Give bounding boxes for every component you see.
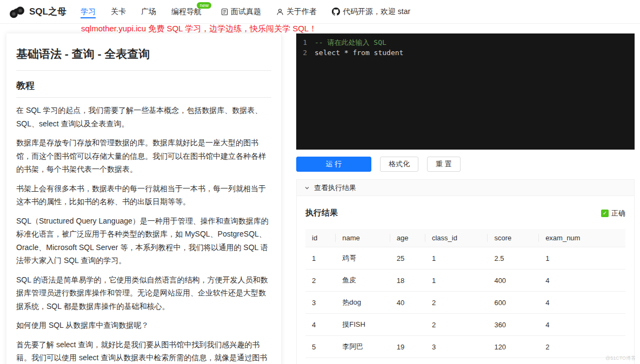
table-cell: 120: [488, 336, 539, 358]
brand-name: SQL之母: [29, 5, 66, 18]
table-cell: 500: [488, 358, 539, 364]
editor-toolbar: 运 行 格式化 重 置: [296, 157, 635, 172]
tutorial-paragraph: SQL 的语法是简单易学的，它使用类似自然语言的结构，方便开发人员和数据库管理员…: [16, 273, 271, 313]
table-cell: 25: [390, 247, 425, 269]
table-cell: 摸FISH: [336, 314, 390, 336]
navbar: SQL之母 学习 关卡 广场 编程导航 new 面试真题 关于作者: [0, 0, 640, 24]
result-collapse-header[interactable]: 查看执行结果: [297, 180, 634, 196]
tutorial-paragraph: 在 SQL 学习的起点，我们需要了解一些基本概念，包括数据库、数据表、SQL、s…: [16, 104, 271, 130]
nav-item-interview[interactable]: 面试真题: [221, 0, 261, 24]
table-cell: 2: [425, 292, 488, 314]
result-header: 执行结果 ✓ 正确: [305, 208, 625, 218]
nav-item-levels[interactable]: 关卡: [111, 0, 126, 24]
collapse-label: 查看执行结果: [314, 183, 356, 193]
nav-item-label: 编程导航: [171, 7, 202, 17]
result-collapse-body: 执行结果 ✓ 正确 id name age: [297, 196, 634, 364]
table-cell: 56: [390, 358, 425, 364]
column-header: score: [488, 229, 539, 247]
result-title: 执行结果: [305, 208, 338, 218]
table-row: 1鸡哥2512.51: [305, 247, 625, 269]
nav-item-label: 代码开源，欢迎 star: [343, 7, 410, 17]
table-cell: 360: [488, 314, 539, 336]
logo-icon: [9, 5, 25, 19]
table-row: 5李阿巴1931202: [305, 336, 625, 358]
nav-item-label: 关卡: [111, 7, 126, 17]
table-cell: 3: [305, 292, 336, 314]
github-icon: [332, 8, 340, 16]
table-cell: 3: [425, 336, 488, 358]
result-collapse: 查看执行结果 执行结果 ✓ 正确: [296, 179, 635, 364]
table-cell: 1: [305, 247, 336, 269]
tutorial-panel: 基础语法 - 查询 - 全表查询 教程 在 SQL 学习的起点，我们需要了解一些…: [6, 33, 281, 364]
result-table: id name age class_id score exam_num 1鸡哥2…: [305, 229, 625, 364]
status-badge: ✓ 正确: [601, 208, 625, 218]
table-cell: 4: [539, 292, 625, 314]
watermark: @51CTO博客: [605, 355, 636, 362]
column-header: age: [390, 229, 425, 247]
table-cell: 6: [305, 358, 336, 364]
tutorial-paragraph: 如何使用 SQL 从数据库中查询数据呢？: [16, 319, 271, 332]
column-header: id: [305, 229, 336, 247]
table-cell: 1: [425, 247, 488, 269]
table-cell: 2.5: [488, 247, 539, 269]
table-cell: 热dog: [336, 292, 390, 314]
table-cell: 4: [539, 314, 625, 336]
tutorial-paragraph: 数据库是存放专门存放和管理数据的库。数据库就好比是一座大型的图书馆，而这个图书馆…: [16, 136, 271, 176]
nav-item-label: 广场: [141, 7, 156, 17]
table-row: 2鱼皮1814004: [305, 269, 625, 292]
tutorial-paragraph: 书架上会有很多本书，数据表中的每一行就相当于一本书，每一列就相当于这本书的属性，…: [16, 182, 271, 208]
nav-item-about-author[interactable]: 关于作者: [276, 0, 317, 24]
table-cell: 1: [425, 269, 488, 292]
sql-editor[interactable]: 1 -- 请在此处输入 SQL 2 select * from student: [296, 33, 635, 150]
table-cell: 鱼皮: [336, 269, 390, 292]
table-cell: 李阿巴: [336, 336, 390, 358]
table-cell: 400: [488, 269, 539, 292]
result-table-body: 1鸡哥2512.512鱼皮18140043热dog40260044摸FISH23…: [305, 247, 625, 364]
tutorial-paragraph: 首先要了解 select 查询，就好比是我们要从图书馆中找到我们感兴趣的书籍。我…: [16, 338, 271, 364]
nav-item-label: 面试真题: [231, 7, 261, 17]
status-label: 正确: [611, 208, 625, 218]
chevron-down-icon: [304, 185, 310, 191]
table-cell: 5: [305, 336, 336, 358]
reset-button[interactable]: 重 置: [427, 157, 461, 172]
nav-item-label: 关于作者: [286, 7, 317, 17]
table-cell: [390, 314, 425, 336]
nav-item-study[interactable]: 学习: [81, 0, 96, 24]
column-header: class_id: [425, 229, 488, 247]
new-badge: new: [197, 2, 211, 9]
table-cell: 4: [539, 269, 625, 292]
sql-statement: select * from student: [315, 48, 403, 58]
check-icon: ✓: [601, 210, 609, 217]
table-cell: 4: [305, 314, 336, 336]
table-cell: 鸡哥: [336, 247, 390, 269]
column-header: name: [336, 229, 390, 247]
table-row: 3热dog4026004: [305, 292, 625, 314]
run-button[interactable]: 运 行: [296, 157, 371, 172]
table-cell: 老李: [336, 358, 390, 364]
table-row: 4摸FISH23604: [305, 314, 625, 336]
announcement-banner: sqlmother.yupi.icu 免费 SQL 学习，边学边练，快乐闯关学 …: [0, 24, 640, 33]
document-icon: [221, 8, 228, 16]
nav-item-label: 学习: [81, 7, 96, 17]
tutorial-paragraph: SQL（Structured Query Language）是一种用于管理、操作…: [16, 214, 271, 267]
nav-item-github-star[interactable]: 代码开源，欢迎 star: [332, 0, 410, 24]
table-cell: 2: [425, 314, 488, 336]
table-cell: 2: [305, 269, 336, 292]
main-content: 基础语法 - 查询 - 全表查询 教程 在 SQL 学习的起点，我们需要了解一些…: [0, 33, 640, 364]
nav-item-plaza[interactable]: 广场: [141, 0, 156, 24]
page-title: 基础语法 - 查询 - 全表查询: [16, 33, 271, 71]
section-heading-tutorial: 教程: [16, 71, 271, 98]
brand[interactable]: SQL之母: [9, 5, 66, 19]
table-cell: 600: [488, 292, 539, 314]
table-cell: 40: [390, 292, 425, 314]
table-header-row: id name age class_id score exam_num: [305, 229, 625, 247]
table-cell: 3: [425, 358, 488, 364]
column-header: exam_num: [539, 229, 625, 247]
tutorial-paragraphs: 在 SQL 学习的起点，我们需要了解一些基本概念，包括数据库、数据表、SQL、s…: [16, 104, 271, 364]
sql-comment: -- 请在此处输入 SQL: [315, 37, 386, 48]
format-button[interactable]: 格式化: [380, 157, 418, 172]
table-row: 6老李5635004: [305, 358, 625, 364]
nav-item-coding-nav[interactable]: 编程导航 new: [171, 0, 202, 24]
line-number: 1: [296, 37, 315, 48]
work-panel: 1 -- 请在此处输入 SQL 2 select * from student …: [296, 33, 635, 364]
